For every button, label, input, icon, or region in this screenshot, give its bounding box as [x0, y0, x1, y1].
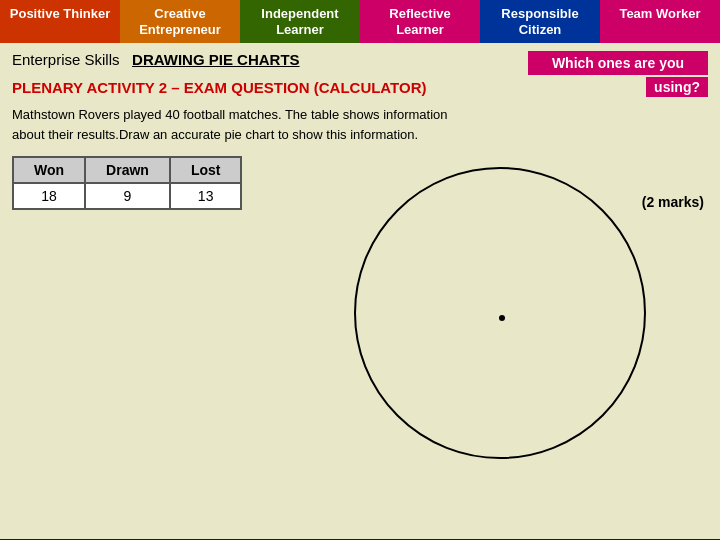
tab-creative-entrepreneur[interactable]: Creative Entrepreneur — [120, 0, 240, 43]
svg-point-0 — [355, 168, 645, 458]
table-header-row: Won Drawn Lost — [13, 157, 241, 183]
val-lost: 13 — [170, 183, 242, 209]
tab-responsible-citizen[interactable]: Responsible Citizen — [480, 0, 600, 43]
which-ones-line1: Which ones are you — [552, 55, 684, 71]
val-drawn: 9 — [85, 183, 170, 209]
col-drawn: Drawn — [85, 157, 170, 183]
pie-chart-circle — [340, 153, 660, 473]
main-content-area: Enterprise Skills DRAWING PIE CHARTS Whi… — [0, 43, 720, 539]
svg-point-1 — [499, 315, 505, 321]
plenary-text: PLENARY ACTIVITY 2 – EXAM QUESTION (CALC… — [12, 79, 426, 96]
which-ones-box: Which ones are you — [528, 51, 708, 75]
description-line2: about their results.Draw an accurate pie… — [12, 125, 708, 145]
main-content: Enterprise Skills DRAWING PIE CHARTS Whi… — [0, 43, 720, 218]
page-title-area: Enterprise Skills DRAWING PIE CHARTS — [12, 51, 300, 69]
val-won: 18 — [13, 183, 85, 209]
plenary-line: PLENARY ACTIVITY 2 – EXAM QUESTION (CALC… — [12, 77, 708, 97]
enterprise-skills-label: Enterprise Skills — [12, 51, 120, 68]
description-area: Mathstown Rovers played 40 football matc… — [12, 105, 708, 144]
circle-svg — [340, 153, 660, 473]
drawing-pie-charts-title: DRAWING PIE CHARTS — [132, 51, 300, 68]
marks-label: (2 marks) — [642, 194, 704, 210]
using-label: using? — [654, 79, 700, 95]
col-won: Won — [13, 157, 85, 183]
tab-positive-thinker[interactable]: Positive Thinker — [0, 0, 120, 43]
header-row: Enterprise Skills DRAWING PIE CHARTS Whi… — [12, 51, 708, 75]
tab-independent-learner[interactable]: Independent Learner — [240, 0, 360, 43]
table-data-row: 18 9 13 — [13, 183, 241, 209]
col-lost: Lost — [170, 157, 242, 183]
description-line1: Mathstown Rovers played 40 football matc… — [12, 105, 708, 125]
using-box: using? — [646, 77, 708, 97]
top-nav: Positive Thinker Creative Entrepreneur I… — [0, 0, 720, 43]
tab-reflective-learner[interactable]: Reflective Learner — [360, 0, 480, 43]
tab-team-worker[interactable]: Team Worker — [600, 0, 720, 43]
results-table: Won Drawn Lost 18 9 13 — [12, 156, 242, 210]
